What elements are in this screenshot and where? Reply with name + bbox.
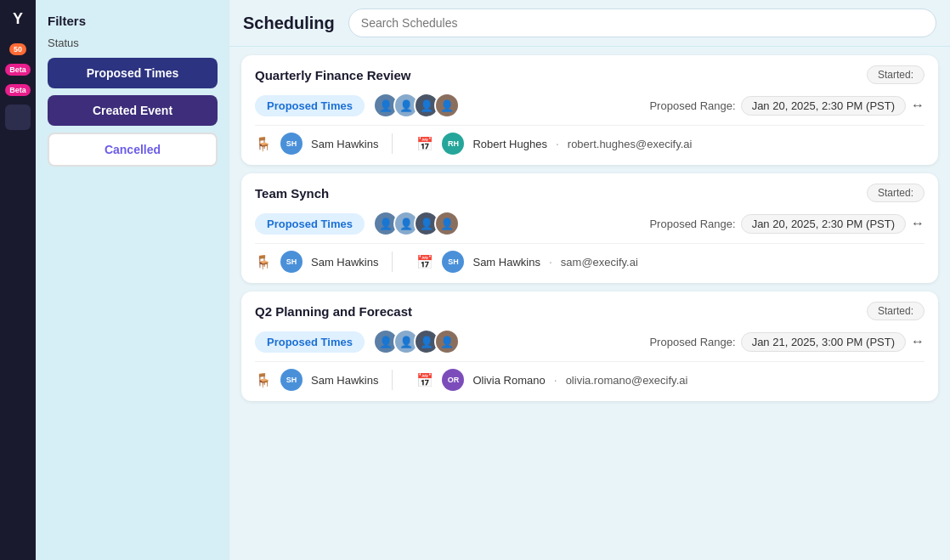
card-header-1: Team Synch Started: (255, 184, 925, 202)
schedule-card-1: Team Synch Started: Proposed Times 👤 👤 👤… (241, 173, 938, 283)
person-icon-0: 🪑 (255, 136, 272, 152)
card-bottom-row-2: 🪑 SH Sam Hawkins 📅 OR Olivia Romano · ol… (255, 361, 925, 391)
contact-avatar-0: RH (442, 133, 464, 155)
card-badge-row-1: Proposed Times 👤 👤 👤 👤 Proposed Range: J… (255, 211, 925, 236)
divider-1 (392, 252, 393, 272)
card-badge-row-2: Proposed Times 👤 👤 👤 👤 Proposed Range: J… (255, 329, 925, 354)
card-title-0: Quarterly Finance Review (255, 68, 410, 82)
dot-1: · (549, 255, 552, 269)
contact-email-1: sam@execify.ai (561, 256, 638, 269)
organizer-name-0: Sam Hawkins (311, 138, 378, 150)
proposed-range-1: Proposed Range: Jan 20, 2025, 2:30 PM (P… (649, 214, 925, 234)
card-header-2: Q2 Planning and Forecast Started: (255, 302, 925, 320)
person-icon-2: 🪑 (255, 372, 272, 388)
avatars-1: 👤 👤 👤 👤 (373, 211, 460, 236)
card-title-2: Q2 Planning and Forecast (255, 304, 412, 319)
search-input[interactable] (348, 8, 936, 37)
main-content: Scheduling Quarterly Finance Review Star… (229, 0, 950, 560)
schedule-card-2: Q2 Planning and Forecast Started: Propos… (241, 291, 938, 401)
divider-0 (392, 133, 393, 154)
contact-name-0: Robert Hughes (472, 138, 546, 150)
contact-avatar-2: OR (442, 369, 464, 391)
card-badge-row-0: Proposed Times 👤 👤 👤 👤 Proposed Range: J… (255, 93, 925, 118)
badge-beta-1: Beta (5, 64, 31, 76)
card-header-0: Quarterly Finance Review Started: (255, 65, 925, 84)
calendar-icon-1: 📅 (416, 254, 433, 270)
avatar-1-3: 👤 (434, 211, 460, 236)
range-value-2: Jan 21, 2025, 3:00 PM (PST) (741, 332, 906, 352)
range-value-0: Jan 20, 2025, 2:30 PM (PST) (741, 96, 906, 116)
page-title: Scheduling (243, 14, 335, 33)
proposed-range-2: Proposed Range: Jan 21, 2025, 3:00 PM (P… (649, 332, 925, 352)
filters-panel: Filters Status Proposed Times Created Ev… (36, 0, 229, 560)
proposed-range-label-0: Proposed Range: (649, 99, 735, 112)
started-badge-1: Started: (867, 184, 925, 202)
logo: Y (13, 10, 23, 28)
calendar-icon-2: 📅 (416, 372, 433, 388)
filter-proposed-times[interactable]: Proposed Times (48, 58, 218, 88)
organizer-avatar-2: SH (280, 369, 303, 391)
status-label: Status (48, 37, 218, 49)
avatars-0: 👤 👤 👤 👤 (373, 93, 460, 118)
contact-email-0: robert.hughes@execify.ai (568, 138, 693, 150)
avatar-0-3: 👤 (434, 93, 460, 118)
filter-cancelled[interactable]: Cancelled (48, 133, 218, 167)
sidebar-nav-item-1[interactable] (5, 105, 31, 130)
proposed-range-0: Proposed Range: Jan 20, 2025, 2:30 PM (P… (649, 96, 925, 116)
proposed-range-label-2: Proposed Range: (649, 336, 735, 348)
started-badge-2: Started: (867, 302, 925, 320)
card-bottom-row-0: 🪑 SH Sam Hawkins 📅 RH Robert Hughes · ro… (255, 125, 925, 155)
person-icon-1: 🪑 (255, 254, 272, 270)
contact-name-2: Olivia Romano (472, 374, 545, 387)
badge-beta-2: Beta (5, 84, 31, 96)
organizer-name-1: Sam Hawkins (311, 256, 378, 269)
organizer-avatar-1: SH (280, 251, 303, 273)
arrow-icon-1: ↔ (911, 216, 925, 231)
avatar-2-3: 👤 (434, 329, 460, 354)
started-badge-0: Started: (867, 65, 925, 84)
avatars-2: 👤 👤 👤 👤 (373, 329, 460, 354)
organizer-name-2: Sam Hawkins (311, 374, 378, 387)
schedule-card-0: Quarterly Finance Review Started: Propos… (241, 55, 938, 165)
filters-title: Filters (48, 14, 218, 28)
main-header: Scheduling (229, 0, 950, 47)
proposed-times-badge-0[interactable]: Proposed Times (255, 95, 365, 116)
contact-avatar-1: SH (442, 251, 464, 273)
card-bottom-row-1: 🪑 SH Sam Hawkins 📅 SH Sam Hawkins · sam@… (255, 243, 925, 273)
sidebar-strip: Y 50 Beta Beta (0, 0, 36, 560)
proposed-times-badge-2[interactable]: Proposed Times (255, 331, 365, 353)
schedules-list: Quarterly Finance Review Started: Propos… (229, 47, 950, 560)
card-title-1: Team Synch (255, 186, 329, 201)
arrow-icon-2: ↔ (911, 334, 925, 349)
divider-2 (392, 370, 393, 390)
calendar-icon-0: 📅 (416, 136, 433, 152)
badge-notifications: 50 (9, 43, 26, 55)
organizer-avatar-0: SH (280, 133, 303, 155)
proposed-range-label-1: Proposed Range: (649, 218, 735, 230)
contact-email-2: olivia.romano@execify.ai (566, 374, 688, 387)
filter-created-event[interactable]: Created Event (48, 95, 218, 126)
range-value-1: Jan 20, 2025, 2:30 PM (PST) (741, 214, 906, 234)
arrow-icon-0: ↔ (911, 98, 925, 113)
dot-2: · (554, 373, 557, 387)
dot-0: · (556, 137, 559, 150)
contact-name-1: Sam Hawkins (472, 256, 540, 269)
proposed-times-badge-1[interactable]: Proposed Times (255, 213, 365, 235)
